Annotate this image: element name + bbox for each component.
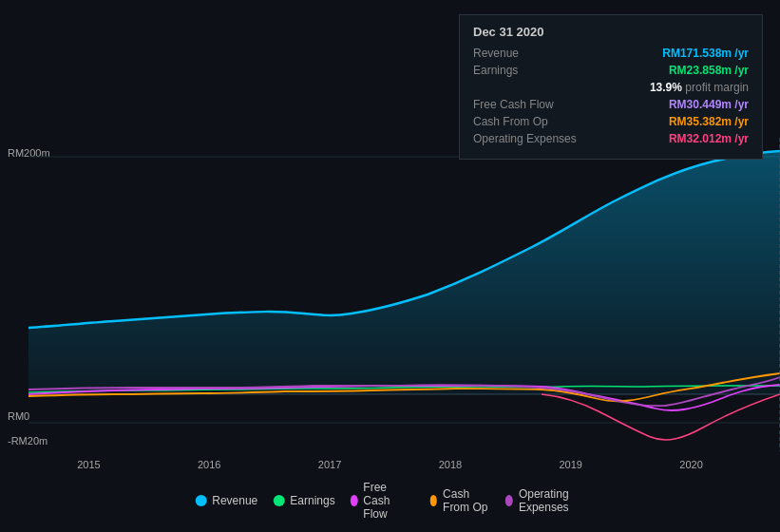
legend-label-earnings: Earnings [290, 494, 334, 507]
x-label-2015: 2015 [77, 459, 100, 470]
y-label-0: RM0 [8, 410, 29, 422]
tooltip-row-revenue: Revenue RM171.538m /yr [473, 47, 749, 60]
x-label-2016: 2016 [198, 459, 220, 470]
legend-item-opex[interactable]: Operating Expenses [505, 487, 585, 514]
tooltip-label-revenue: Revenue [473, 47, 519, 60]
tooltip-label-opex: Operating Expenses [473, 132, 577, 145]
x-label-2017: 2017 [318, 459, 341, 470]
tooltip-label-earnings: Earnings [473, 64, 518, 77]
legend-item-earnings[interactable]: Earnings [273, 494, 334, 507]
tooltip-panel: Dec 31 2020 Revenue RM171.538m /yr Earni… [459, 14, 763, 160]
legend-dot-fcf [351, 495, 358, 506]
tooltip-value-revenue: RM171.538m /yr [662, 47, 749, 60]
x-label-2018: 2018 [439, 459, 462, 470]
legend-dot-earnings [273, 495, 284, 506]
legend-item-revenue[interactable]: Revenue [195, 494, 257, 507]
tooltip-label-fcf: Free Cash Flow [473, 98, 554, 111]
tooltip-value-earnings: RM23.858m /yr [669, 64, 749, 77]
tooltip-date: Dec 31 2020 [473, 25, 749, 39]
legend-item-fcf[interactable]: Free Cash Flow [351, 481, 415, 521]
legend-label-revenue: Revenue [212, 494, 257, 507]
chart-svg [29, 138, 780, 451]
legend-dot-revenue [195, 495, 206, 506]
tooltip-label-cashfromop: Cash From Op [473, 115, 548, 128]
x-axis-labels: 2015 2016 2017 2018 2019 2020 [0, 459, 780, 470]
tooltip-row-opex: Operating Expenses RM32.012m /yr [473, 132, 749, 145]
tooltip-value-fcf: RM30.449m /yr [669, 98, 749, 111]
legend-dot-cashfromop [429, 495, 437, 506]
tooltip-row-cashfromop: Cash From Op RM35.382m /yr [473, 115, 749, 128]
legend-label-cashfromop: Cash From Op [443, 487, 490, 514]
x-label-2019: 2019 [559, 459, 581, 470]
legend-dot-opex [505, 495, 513, 506]
chart-legend: Revenue Earnings Free Cash Flow Cash Fro… [195, 481, 585, 521]
legend-item-cashfromop[interactable]: Cash From Op [429, 487, 490, 514]
tooltip-row-earnings: Earnings RM23.858m /yr [473, 64, 749, 77]
x-label-2020: 2020 [679, 459, 702, 470]
tooltip-value-cashfromop: RM35.382m /yr [669, 115, 749, 128]
tooltip-margin: 13.9% profit margin [473, 81, 749, 94]
tooltip-row-fcf: Free Cash Flow RM30.449m /yr [473, 98, 749, 111]
legend-label-opex: Operating Expenses [519, 487, 585, 514]
tooltip-value-opex: RM32.012m /yr [669, 132, 749, 145]
legend-label-fcf: Free Cash Flow [363, 481, 414, 521]
